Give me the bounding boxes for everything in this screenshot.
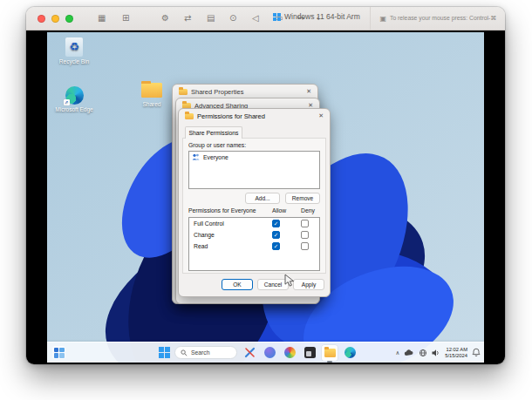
- perm-row[interactable]: Full Control ✓: [189, 218, 319, 229]
- permissions-list[interactable]: Full Control ✓ Change ✓ Read: [188, 217, 320, 271]
- add-button[interactable]: Add...: [245, 193, 280, 204]
- recycle-bin-desktop-icon[interactable]: ♻ Recycle Bin: [53, 37, 95, 65]
- perm-row[interactable]: Change ✓: [189, 229, 319, 241]
- display-mode-icon: ▣: [379, 15, 386, 23]
- shared-properties-titlebar[interactable]: Shared Properties ✕: [173, 85, 317, 98]
- perm-row[interactable]: Read ✓: [189, 241, 319, 252]
- start-button[interactable]: [159, 347, 170, 358]
- ok-button[interactable]: OK: [222, 279, 253, 290]
- permissions-dialog-titlebar[interactable]: Permissions for Shared ✕: [179, 109, 330, 123]
- cloud-icon[interactable]: [404, 349, 414, 356]
- perm-name: Read: [194, 243, 208, 249]
- search-input[interactable]: Search: [174, 346, 237, 359]
- arrows-icon[interactable]: ⇄: [184, 12, 191, 24]
- group-users-icon: [192, 153, 200, 160]
- vm-title: Windows 11 64-bit Arm: [273, 12, 360, 21]
- perm-name: Full Control: [194, 220, 224, 227]
- taskbar-app-2[interactable]: [262, 345, 277, 361]
- recycle-bin-icon: ♻: [65, 37, 83, 57]
- search-icon: [181, 349, 188, 356]
- close-icon[interactable]: ✕: [318, 112, 324, 119]
- zoom-traffic-button[interactable]: [65, 15, 73, 23]
- notifications-bell-icon[interactable]: [472, 348, 481, 357]
- edge-taskbar-button[interactable]: [342, 345, 358, 361]
- folder-icon: [179, 89, 188, 95]
- sound-icon[interactable]: ◁: [252, 12, 259, 24]
- mouse-cursor: [284, 274, 295, 288]
- traffic-lights: [38, 15, 73, 23]
- permissions-dialog-title: Permissions for Shared: [197, 112, 265, 120]
- deny-checkbox[interactable]: [301, 242, 309, 250]
- shared-folder-label: Shared: [134, 101, 169, 108]
- edge-icon: [344, 347, 356, 358]
- user-name: Everyone: [203, 154, 228, 160]
- deny-checkbox[interactable]: [301, 231, 309, 239]
- close-icon[interactable]: ✕: [306, 88, 311, 95]
- network-globe-icon[interactable]: [419, 349, 427, 357]
- release-hint: ▣ To release your mouse press: Control-⌘: [370, 7, 496, 30]
- snapshots-icon[interactable]: ⊞: [122, 12, 129, 24]
- user-icon[interactable]: ⊙: [229, 12, 236, 24]
- permissions-for-label: Permissions for Everyone: [188, 207, 256, 214]
- shared-folder-desktop-icon[interactable]: Shared: [134, 83, 169, 108]
- shortcut-arrow-icon: ↗: [64, 99, 70, 105]
- recycle-bin-label: Recycle Bin: [53, 58, 95, 65]
- vm-screen-bezel: ♻ Recycle Bin ↗ Microsoft Edge Shared: [26, 31, 505, 364]
- volume-icon[interactable]: [432, 349, 440, 357]
- folder-icon: [185, 113, 194, 119]
- file-explorer-taskbar-button[interactable]: [322, 345, 338, 361]
- taskbar-app-1[interactable]: [242, 345, 257, 361]
- windows-logo-icon: [273, 13, 281, 21]
- clock-time: 12:02 AM: [445, 347, 467, 353]
- pen-cross-icon: [244, 347, 256, 358]
- taskbar-app-4[interactable]: [302, 345, 317, 361]
- group-user-names-label: Group or user names:: [188, 142, 246, 148]
- windows-taskbar: Search: [47, 342, 484, 363]
- dark-app-icon: [304, 347, 316, 358]
- edge-label: Microsoft Edge: [53, 106, 95, 113]
- pinwheel-app-icon: [284, 347, 296, 358]
- taskbar-app-3[interactable]: [282, 345, 297, 361]
- shared-properties-title: Shared Properties: [191, 88, 243, 96]
- tray-chevron-icon[interactable]: ∧: [395, 349, 399, 356]
- taskbar-clock[interactable]: 12:02 AM 5/15/2024: [445, 347, 467, 358]
- edge-icon: ↗: [65, 86, 84, 105]
- windows-desktop: ♻ Recycle Bin ↗ Microsoft Edge Shared: [47, 32, 484, 363]
- screenshot-stage: ▦ ⊞ ⚙ ⇄ ▤ ⊙ ◁ ▭ ↪ ‹ Windows 11 64-bit Ar…: [0, 0, 532, 400]
- edge-desktop-icon[interactable]: ↗ Microsoft Edge: [53, 86, 95, 113]
- remove-button[interactable]: Remove: [285, 193, 320, 204]
- blob-app-icon: [264, 347, 276, 358]
- deny-checkbox[interactable]: [301, 220, 309, 227]
- allow-checkbox[interactable]: ✓: [272, 242, 280, 250]
- allow-checkbox[interactable]: ✓: [272, 231, 280, 239]
- vm-window: ▦ ⊞ ⚙ ⇄ ▤ ⊙ ◁ ▭ ↪ ‹ Windows 11 64-bit Ar…: [26, 7, 505, 364]
- allow-checkbox[interactable]: ✓: [272, 220, 280, 227]
- group-user-list[interactable]: Everyone: [188, 151, 320, 189]
- list-item-everyone[interactable]: Everyone: [189, 152, 319, 162]
- search-placeholder: Search: [191, 349, 210, 356]
- release-hint-text: To release your mouse press: Control-⌘: [390, 15, 496, 22]
- minimize-traffic-button[interactable]: [51, 15, 59, 23]
- file-explorer-icon: [324, 349, 336, 357]
- perm-name: Change: [194, 232, 215, 238]
- deny-column-header: Deny: [296, 207, 320, 214]
- allow-column-header: Allow: [267, 207, 291, 214]
- mac-titlebar[interactable]: ▦ ⊞ ⚙ ⇄ ▤ ⊙ ◁ ▭ ↪ ‹ Windows 11 64-bit Ar…: [26, 7, 505, 31]
- printer-icon[interactable]: ▤: [207, 12, 215, 24]
- widgets-button[interactable]: [52, 346, 65, 359]
- folder-icon: [141, 83, 162, 98]
- close-traffic-button[interactable]: [38, 15, 45, 23]
- tab-share-permissions[interactable]: Share Permissions: [185, 126, 242, 139]
- permissions-dialog: Permissions for Shared ✕ Share Permissio…: [178, 108, 331, 297]
- tab-pane: Group or user names: Everyone: [182, 138, 326, 274]
- library-icon[interactable]: ▦: [98, 12, 106, 24]
- vm-title-text: Windows 11 64-bit Arm: [284, 12, 360, 21]
- apply-button[interactable]: Apply: [293, 279, 324, 290]
- wrench-icon[interactable]: ⚙: [161, 12, 169, 24]
- clock-date: 5/15/2024: [445, 353, 467, 359]
